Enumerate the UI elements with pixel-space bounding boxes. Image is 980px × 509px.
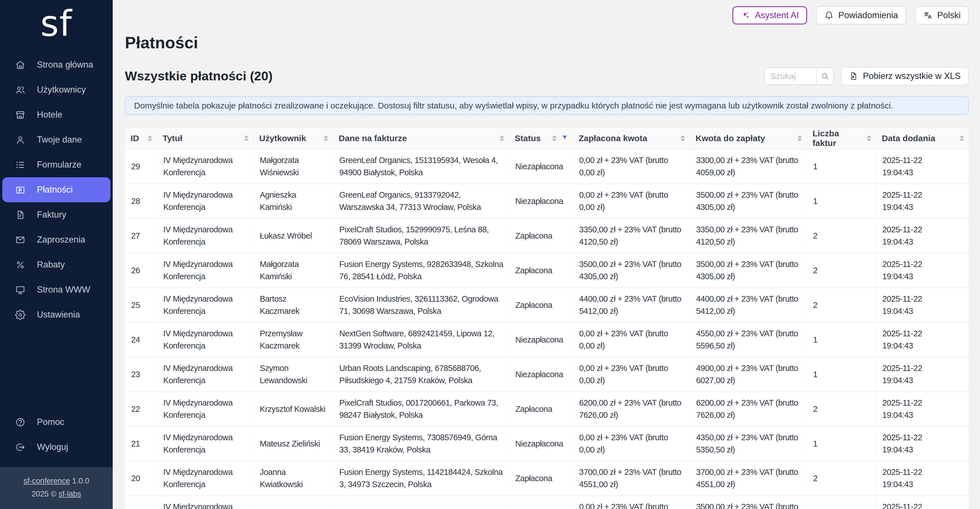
sort-icon[interactable] <box>959 135 964 142</box>
table-row[interactable]: 19IV Międzynarodowa KonferencjaZofia Wró… <box>125 495 969 509</box>
column-label: Data dodania <box>882 134 935 143</box>
download-xls-button[interactable]: Pobierz wszystkie w XLS <box>841 67 969 86</box>
sidebar-item-home[interactable]: Strona główna <box>0 52 113 77</box>
sort-icon[interactable] <box>797 135 802 142</box>
company-link[interactable]: sf-labs <box>59 490 81 498</box>
cell-added: 2025-11-22 19:04:43 <box>876 427 969 461</box>
cell-title: IV Międzynarodowa Konferencja <box>157 323 253 357</box>
table-row[interactable]: 22IV Międzynarodowa KonferencjaKrzysztof… <box>125 391 969 426</box>
table-row[interactable]: 21IV Międzynarodowa KonferencjaMateusz Z… <box>125 426 969 461</box>
cell-user: Małgorzata Wiśniewski <box>253 149 333 183</box>
cell-due: 3300,00 zł + 23% VAT (brutto 4059,00 zł) <box>690 149 807 183</box>
page-title: Płatności <box>125 33 969 52</box>
cell-invoice_count: 1 <box>807 323 876 357</box>
cell-added: 2025-11-22 19:04:43 <box>876 184 969 218</box>
search-icon[interactable] <box>817 68 833 85</box>
sidebar-nav-bottom: PomocWyloguj <box>0 410 113 460</box>
table-row[interactable]: 27IV Międzynarodowa KonferencjaŁukasz Wr… <box>125 218 969 253</box>
sidebar-item-label: Pomoc <box>37 417 64 427</box>
filter-icon[interactable] <box>561 134 568 143</box>
column-header-invoice_data[interactable]: Dane na fakturze <box>333 128 509 149</box>
table-row[interactable]: 28IV Międzynarodowa KonferencjaAgnieszka… <box>125 183 969 218</box>
cell-added: 2025-11-22 19:04:43 <box>876 357 969 391</box>
cell-paid: 0,00 zł + 23% VAT (brutto 0,00 zł) <box>573 323 690 357</box>
sidebar-item-document[interactable]: Faktury <box>0 202 113 227</box>
cell-added: 2025-11-22 19:04:43 <box>876 323 969 357</box>
bell-icon <box>824 11 834 20</box>
column-label: Dane na fakturze <box>339 134 407 143</box>
sort-icon[interactable] <box>867 135 871 142</box>
column-header-due[interactable]: Kwota do zapłaty <box>690 128 807 149</box>
search-input[interactable] <box>765 68 816 85</box>
app-logo: sf <box>0 5 113 42</box>
cell-title: IV Międzynarodowa Konferencja <box>157 357 253 391</box>
table-row[interactable]: 25IV Międzynarodowa KonferencjaBartosz K… <box>125 287 969 322</box>
cell-title: IV Międzynarodowa Konferencja <box>157 496 253 509</box>
table-row[interactable]: 29IV Międzynarodowa KonferencjaMałgorzat… <box>125 149 969 183</box>
table-row[interactable]: 23IV Międzynarodowa KonferencjaSzymon Le… <box>125 357 969 391</box>
sidebar-item-logout[interactable]: Wyloguj <box>0 435 113 460</box>
sidebar-item-storefront[interactable]: Hotele <box>0 102 113 127</box>
sidebar-item-gear[interactable]: Ustawienia <box>0 302 113 327</box>
sort-icon[interactable] <box>324 135 328 142</box>
app-version-link[interactable]: sf-conference <box>24 477 70 485</box>
column-header-status[interactable]: Status <box>509 128 573 149</box>
notifications-button[interactable]: Powiadomienia <box>816 6 906 24</box>
cell-user: Joanna Kwiatkowski <box>253 461 333 495</box>
cell-paid: 3700,00 zł + 23% VAT (brutto 4551,00 zł) <box>573 461 690 495</box>
column-header-paid[interactable]: Zapłacona kwota <box>573 128 690 149</box>
cell-due: 3350,00 zł + 23% VAT (brutto 4120,50 zł) <box>690 219 807 253</box>
table-header-row: IDTytułUżytkownikDane na fakturzeStatusZ… <box>125 128 969 149</box>
column-label: Liczba faktur <box>813 129 860 148</box>
cell-user: Mateusz Zieliński <box>253 427 333 461</box>
cell-added: 2025-11-22 19:04:43 <box>876 496 969 509</box>
cell-user: Szymon Lewandowski <box>253 357 333 391</box>
cell-status: Niezapłacona <box>509 323 573 357</box>
table-row[interactable]: 24IV Międzynarodowa KonferencjaPrzemysła… <box>125 322 969 357</box>
sidebar-item-label: Formularze <box>37 160 81 170</box>
cell-invoice_count: 1 <box>807 496 876 509</box>
app-version: 1.0.0 <box>72 477 89 485</box>
sort-icon[interactable] <box>148 135 152 142</box>
cell-due: 3500,00 zł + 23% VAT (brutto 4305,00 zł) <box>690 496 807 509</box>
sidebar-item-percent[interactable]: Rabaty <box>0 252 113 277</box>
sidebar-item-user[interactable]: Twoje dane <box>0 127 113 152</box>
column-header-title[interactable]: Tytuł <box>157 128 253 149</box>
cell-invoice_data: GreenLeaf Organics, 1513195934, Wesoła 4… <box>333 149 509 183</box>
list-icon <box>15 160 25 170</box>
column-header-added[interactable]: Data dodania <box>876 128 969 149</box>
language-button[interactable]: Polski <box>915 6 969 24</box>
table-row[interactable]: 26IV Międzynarodowa KonferencjaMałgorzat… <box>125 253 969 287</box>
cell-title: IV Międzynarodowa Konferencja <box>157 288 253 322</box>
cell-title: IV Międzynarodowa Konferencja <box>157 461 253 495</box>
column-header-id[interactable]: ID <box>125 128 157 149</box>
sort-icon[interactable] <box>681 135 685 142</box>
ai-assistant-button[interactable]: Asystent AI <box>732 6 807 24</box>
table-row[interactable]: 20IV Międzynarodowa KonferencjaJoanna Kw… <box>125 461 969 495</box>
cell-invoice_data: Fusion Energy Systems, 7308576949, Górna… <box>333 427 509 461</box>
cell-id: 24 <box>125 323 157 357</box>
column-header-user[interactable]: Użytkownik <box>253 128 333 149</box>
cell-user: Zofia Wróbel <box>253 496 333 509</box>
sort-icon[interactable] <box>552 135 557 142</box>
cell-invoice_data: NextGen Software, 3901367116, Królewska <box>333 496 509 509</box>
sidebar-item-help[interactable]: Pomoc <box>0 410 113 435</box>
sidebar-item-users[interactable]: Użytkownicy <box>0 77 113 102</box>
sidebar-item-monitor[interactable]: Strona WWW <box>0 277 113 302</box>
cell-added: 2025-11-22 19:04:43 <box>876 149 969 183</box>
column-header-invoice_count[interactable]: Liczba faktur <box>807 128 876 149</box>
sidebar-item-list[interactable]: Formularze <box>0 152 113 177</box>
sidebar-item-wallet[interactable]: Płatności <box>2 177 110 202</box>
search-box <box>764 67 834 85</box>
cell-status: Niezapłacona <box>509 357 573 391</box>
cell-added: 2025-11-22 19:04:43 <box>876 461 969 495</box>
sort-icon[interactable] <box>244 135 249 142</box>
info-banner: Domyślnie tabela pokazuje płatności zrea… <box>125 96 969 115</box>
sidebar-item-mail[interactable]: Zaproszenia <box>0 227 113 252</box>
cell-added: 2025-11-22 19:04:43 <box>876 254 969 287</box>
xls-file-icon <box>848 71 858 81</box>
sort-icon[interactable] <box>500 135 504 142</box>
sidebar-footer: sf-conference 1.0.0 2025 © sf-labs <box>0 467 113 509</box>
cell-invoice_data: PixelCraft Studios, 1529990975, Leśna 88… <box>333 219 509 253</box>
cell-status: Zapłacona <box>509 254 573 287</box>
